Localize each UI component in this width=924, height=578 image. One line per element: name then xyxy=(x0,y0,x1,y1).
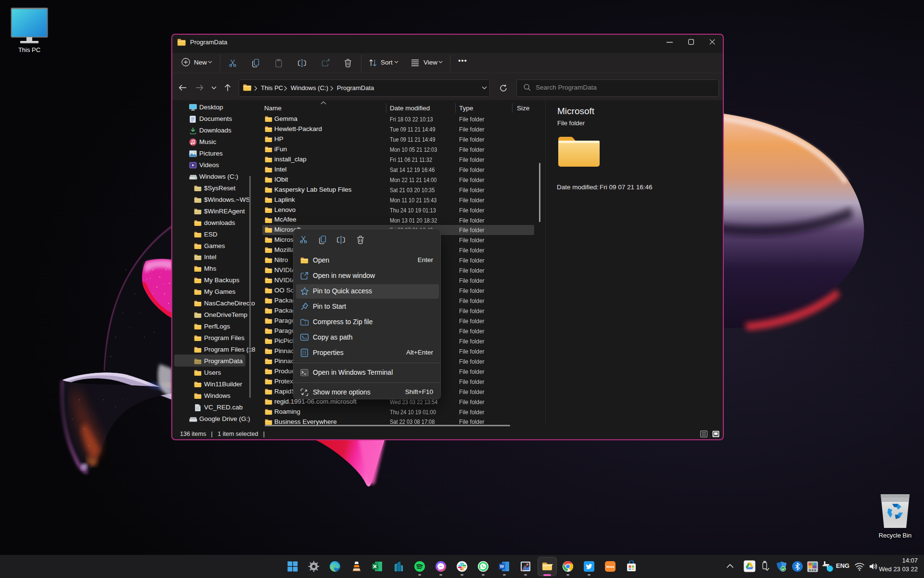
svg-text:imou: imou xyxy=(606,565,615,568)
